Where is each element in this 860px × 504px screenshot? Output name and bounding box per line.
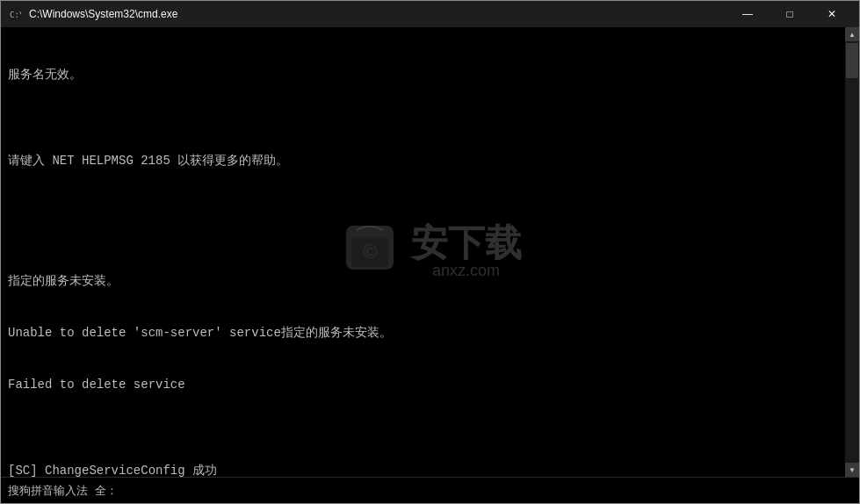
title-bar: C:\ C:\Windows\System32\cmd.exe — □ ✕ bbox=[1, 1, 859, 27]
console-line-7: Unable to delete 'scm-server' service指定的… bbox=[8, 325, 852, 342]
console-line-1: 服务名无效。 bbox=[8, 67, 852, 84]
title-bar-left: C:\ C:\Windows\System32\cmd.exe bbox=[8, 7, 177, 21]
console-line-8: Failed to delete service bbox=[8, 377, 852, 394]
minimize-button[interactable]: — bbox=[727, 1, 768, 27]
console-text: 服务名无效。 请键入 NET HELPMSG 2185 以获得更多的帮助。 指定… bbox=[8, 32, 852, 477]
console-line-3: 请键入 NET HELPMSG 2185 以获得更多的帮助。 bbox=[8, 153, 852, 170]
scroll-down-button[interactable]: ▼ bbox=[845, 463, 859, 477]
close-button[interactable]: ✕ bbox=[812, 1, 852, 27]
vertical-scrollbar[interactable]: ▲ ▼ bbox=[845, 27, 859, 477]
console-line-6: 指定的服务未安装。 bbox=[8, 273, 852, 291]
maximize-button[interactable]: □ bbox=[770, 1, 810, 27]
console-line-10: [SC] ChangeServiceConfig 成功 bbox=[8, 463, 852, 477]
ime-indicator: 搜狗拼音输入法 全： bbox=[8, 483, 118, 499]
scroll-up-button[interactable]: ▲ bbox=[845, 27, 859, 41]
scrollbar-thumb[interactable] bbox=[846, 43, 858, 78]
cmd-icon: C:\ bbox=[8, 7, 22, 21]
cmd-window: C:\ C:\Windows\System32\cmd.exe — □ ✕ 服务… bbox=[0, 0, 860, 504]
scrollbar-track[interactable] bbox=[845, 41, 859, 463]
console-output-area[interactable]: 服务名无效。 请键入 NET HELPMSG 2185 以获得更多的帮助。 指定… bbox=[1, 27, 859, 477]
svg-text:C:\: C:\ bbox=[10, 11, 21, 19]
status-bar: 搜狗拼音输入法 全： bbox=[1, 477, 859, 503]
window-title: C:\Windows\System32\cmd.exe bbox=[29, 8, 177, 20]
window-controls: — □ ✕ bbox=[727, 1, 852, 27]
